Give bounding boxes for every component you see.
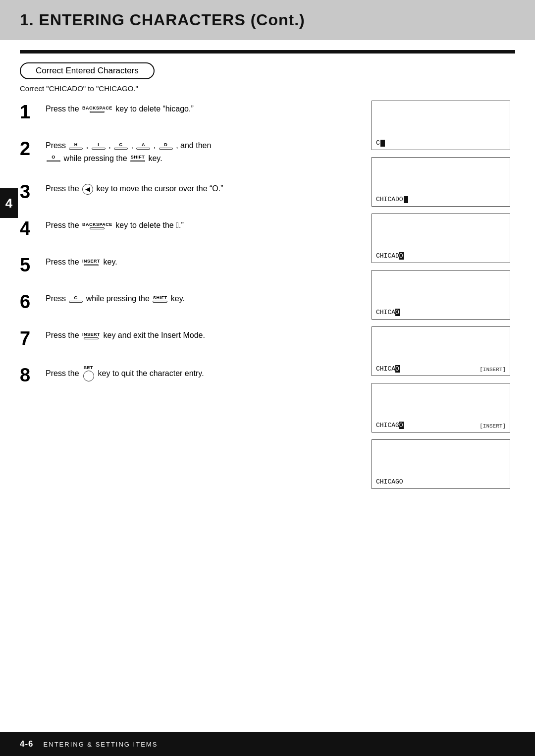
step-2: 2 Press H , I bbox=[20, 137, 362, 164]
step-2-and-then: , and then bbox=[176, 141, 211, 150]
step-8: 8 Press the SET key to quit the characte… bbox=[20, 364, 362, 384]
screen-7: CHICAGO bbox=[372, 439, 510, 489]
step-6-body: Press G while pressing the SHIFT key. bbox=[46, 290, 362, 305]
backspace-key-1: BACKSPACE bbox=[82, 106, 112, 113]
screen-7-text: CHICAGO bbox=[376, 478, 403, 486]
step-6-text-after: key. bbox=[171, 294, 185, 303]
step-2-key: key. bbox=[148, 154, 162, 162]
step-4-text-before: Press the bbox=[46, 221, 81, 229]
step-3-body: Press the ◀ key to move the cursor over … bbox=[46, 180, 362, 195]
step-1-text-before: Press the bbox=[46, 105, 81, 113]
step-5-body: Press the INSERT key. bbox=[46, 254, 362, 269]
subtitle: Correct "CHICADO" to "CHICAGO." bbox=[20, 84, 515, 93]
step-num-3: 3 bbox=[20, 182, 39, 201]
step-1: 1 Press the BACKSPACE key to delete “hic… bbox=[20, 101, 362, 121]
cursor-1 bbox=[380, 140, 385, 147]
screen-3: CHICADO bbox=[372, 214, 510, 263]
backspace-key-4: BACKSPACE bbox=[82, 222, 112, 229]
shift-key-2: SHIFT bbox=[130, 155, 145, 162]
step-num-7: 7 bbox=[20, 329, 39, 348]
cursor-2 bbox=[404, 196, 408, 203]
cursor-left-icon: ◀ bbox=[82, 184, 93, 195]
step-7-text-after: key and exit the Insert Mode. bbox=[104, 331, 205, 339]
step-8-body: Press the SET key to quit the character … bbox=[46, 364, 362, 381]
step-4-text-after: key to delete the 𠇍.” bbox=[115, 221, 183, 229]
step-5: 5 Press the INSERT key. bbox=[20, 254, 362, 274]
key-i: I bbox=[92, 143, 106, 150]
screen-4: CHICAO bbox=[372, 270, 510, 320]
step-num-6: 6 bbox=[20, 292, 39, 311]
footer-page-num: 4-6 bbox=[20, 739, 34, 749]
step-3: 3 Press the ◀ key to move the cursor ove… bbox=[20, 180, 362, 201]
key-a: A bbox=[136, 143, 150, 150]
step-3-text-before: Press the bbox=[46, 184, 81, 193]
step-8-text-after: key to quit the character entry. bbox=[98, 367, 204, 380]
step-num-5: 5 bbox=[20, 256, 39, 274]
screen-6-tag: [INSERT] bbox=[480, 423, 506, 429]
screen-2: CHICADO bbox=[372, 157, 510, 207]
key-c: C bbox=[114, 143, 128, 150]
key-d: D bbox=[159, 143, 173, 150]
step-num-2: 2 bbox=[20, 139, 39, 158]
step-7-text-before: Press the bbox=[46, 331, 81, 339]
steps-and-screens: 1 Press the BACKSPACE key to delete “hic… bbox=[20, 101, 515, 496]
shift-key-6: SHIFT bbox=[153, 296, 167, 303]
step-6-text-before: Press bbox=[46, 294, 68, 303]
steps-column: 1 Press the BACKSPACE key to delete “hic… bbox=[20, 101, 372, 496]
step-7-body: Press the INSERT key and exit the Insert… bbox=[46, 327, 362, 342]
step-3-text-after: key to move the cursor over the “O.” bbox=[96, 184, 223, 193]
insert-key-7: INSERT bbox=[82, 332, 100, 339]
step-2-body: Press H , I , bbox=[46, 137, 362, 164]
screen-4-text: CHICAO bbox=[376, 309, 400, 316]
step-4: 4 Press the BACKSPACE key to delete the … bbox=[20, 217, 362, 238]
step-2-while: while pressing the bbox=[63, 154, 129, 162]
step-7: 7 Press the INSERT key and exit the Inse… bbox=[20, 327, 362, 348]
step-5-text-before: Press the bbox=[46, 258, 81, 266]
step-2-press: Press bbox=[46, 141, 68, 150]
screens-column: C CHICADO CHICADO CHICAO CHICAO [INSER bbox=[372, 101, 515, 496]
section-title: Correct Entered Characters bbox=[20, 62, 155, 79]
screen-1-text: C bbox=[376, 139, 385, 147]
step-4-body: Press the BACKSPACE key to delete the 𠇍.… bbox=[46, 217, 362, 232]
main-content: Correct Entered Characters Correct "CHIC… bbox=[0, 40, 535, 516]
key-o: O bbox=[47, 155, 60, 162]
screen-5: CHICAO [INSERT] bbox=[372, 326, 510, 376]
screen-6: CHICAGO [INSERT] bbox=[372, 383, 510, 432]
step-num-1: 1 bbox=[20, 103, 39, 121]
screen-5-tag: [INSERT] bbox=[480, 367, 506, 373]
screen-6-text: CHICAGO bbox=[376, 422, 404, 429]
step-6: 6 Press G while pressing the SHIFT bbox=[20, 290, 362, 311]
page-header: 1. ENTERING CHARACTERS (Cont.) bbox=[0, 0, 535, 40]
key-h: H bbox=[69, 143, 83, 150]
screen-3-text: CHICADO bbox=[376, 252, 404, 260]
footer-text: ENTERING & SETTING ITEMS bbox=[44, 741, 158, 748]
screen-2-text: CHICADO bbox=[376, 196, 408, 203]
step-8-text-before: Press the bbox=[46, 367, 79, 380]
step-1-text-after: key to delete “hicago.” bbox=[115, 105, 193, 113]
screen-1: C bbox=[372, 101, 510, 150]
insert-key-5: INSERT bbox=[82, 259, 100, 266]
step-6-while: while pressing the bbox=[86, 294, 152, 303]
thick-rule bbox=[20, 50, 515, 54]
step-1-body: Press the BACKSPACE key to delete “hicag… bbox=[46, 101, 362, 115]
step-num-4: 4 bbox=[20, 219, 39, 238]
page: 1. ENTERING CHARACTERS (Cont.) 4 Correct… bbox=[0, 0, 535, 756]
key-g: G bbox=[69, 296, 83, 303]
screen-5-text: CHICAO bbox=[376, 365, 400, 373]
set-button: SET bbox=[83, 366, 94, 381]
step-5-text-after: key. bbox=[104, 258, 117, 266]
step-num-8: 8 bbox=[20, 366, 39, 384]
page-title: 1. ENTERING CHARACTERS (Cont.) bbox=[20, 11, 515, 29]
footer: 4-6 ENTERING & SETTING ITEMS bbox=[0, 732, 535, 756]
